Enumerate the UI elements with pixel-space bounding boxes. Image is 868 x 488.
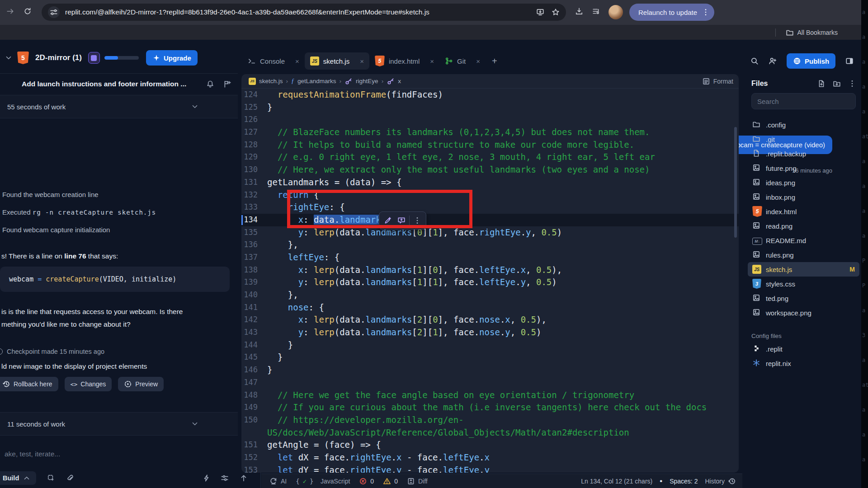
ai-status[interactable]: AI	[269, 477, 287, 485]
reading-list-icon[interactable]	[592, 7, 600, 15]
send-icon[interactable]	[240, 474, 248, 482]
code-line[interactable]: 127 // BlazeFace numbers its landmarks (…	[241, 126, 739, 139]
file-item--git[interactable]: .git	[748, 132, 859, 146]
collapse-chevron-icon[interactable]	[5, 54, 13, 62]
code-line[interactable]: 151getAngle = (face) => {	[241, 439, 739, 451]
code-line[interactable]: 136 },	[241, 239, 739, 251]
tab-index-html[interactable]: 5 index.html×	[369, 52, 439, 70]
code-line[interactable]: 128 // It helps to build a named structu…	[241, 139, 739, 151]
quick-actions-icon[interactable]	[203, 474, 211, 482]
upgrade-button[interactable]: Upgrade	[146, 50, 198, 66]
cursor-position[interactable]: Ln 134, Col 12 (21 chars)	[581, 478, 652, 485]
file-item-inbox-png[interactable]: inbox.png	[748, 190, 859, 204]
file-item-future-png[interactable]: future.png	[748, 161, 859, 175]
code-line[interactable]: 139 y: lerp(data.landmarks[1][1], face.l…	[241, 276, 739, 289]
file-item--config[interactable]: .config	[748, 117, 859, 132]
site-settings-icon[interactable]	[48, 6, 60, 18]
settings-sliders-icon[interactable]	[221, 474, 229, 482]
code-line[interactable]: 149 // If you are curious about the math…	[241, 401, 739, 414]
file-item-read-png[interactable]: read.png	[748, 219, 859, 233]
close-icon[interactable]: ×	[295, 57, 299, 65]
code-line[interactable]: 150 // https://developer.mozilla.org/en-	[241, 414, 739, 427]
file-item-replit-nix[interactable]: replit.nix	[748, 356, 859, 371]
element-select-icon[interactable]	[47, 474, 55, 482]
language-indicator[interactable]: {✓} JavaScript	[296, 478, 350, 485]
build-mode-dropdown[interactable]: Build	[0, 471, 36, 485]
code-line[interactable]: 152 let dX = face.rightEye.x - face.left…	[241, 451, 739, 464]
layout-toggle-icon[interactable]	[845, 57, 854, 65]
work-summary-row[interactable]: 55 seconds of work	[0, 95, 238, 118]
close-icon[interactable]: ×	[476, 57, 480, 65]
code-line[interactable]: 130 // Here, we extract only the most us…	[241, 164, 739, 176]
rollback-button[interactable]: Rollback here	[0, 377, 58, 391]
code-line[interactable]: 125}	[241, 101, 739, 114]
attach-icon[interactable]	[66, 474, 74, 482]
all-bookmarks-button[interactable]: All Bookmarks	[797, 29, 838, 36]
code-line[interactable]: US/docs/Web/JavaScript/Reference/Global_…	[241, 427, 739, 439]
files-menu-icon[interactable]	[848, 80, 856, 88]
code-line[interactable]: 144 }	[241, 339, 739, 352]
avatar[interactable]	[609, 5, 623, 19]
checkpoint-flag-icon[interactable]	[223, 80, 231, 88]
code-line[interactable]: 147	[241, 376, 739, 389]
errors-count[interactable]: 0	[359, 477, 374, 485]
forward-icon[interactable]	[6, 7, 14, 15]
breadcrumb-property[interactable]: rightEye	[356, 78, 378, 84]
new-tab-button[interactable]: +	[492, 56, 497, 66]
reload-icon[interactable]	[24, 7, 32, 15]
menu-dots-icon[interactable]	[702, 8, 710, 16]
code-area[interactable]: 124 requestAnimationFrame(findFaces)125}…	[241, 89, 739, 473]
install-app-icon[interactable]	[536, 8, 544, 16]
downloads-icon[interactable]	[575, 7, 583, 15]
files-search-input[interactable]: Search	[751, 93, 856, 109]
code-line[interactable]: 138 x: lerp(data.landmarks[1][0], face.l…	[241, 264, 739, 277]
chevron-down-icon[interactable]	[191, 420, 199, 428]
code-line[interactable]: 142 x: lerp(data.landmarks[2][0], face.n…	[241, 314, 739, 326]
code-line[interactable]: 153 let dY = face.rightEye.y - face.left…	[241, 464, 739, 473]
code-line[interactable]: 137 leftEye: {	[241, 251, 739, 264]
work-summary-row[interactable]: 11 seconds of work	[0, 412, 238, 436]
file-item-readme-md[interactable]: M↓README.md	[748, 233, 859, 248]
code-line[interactable]: 141 nose: {	[241, 301, 739, 314]
code-line[interactable]: 148 // Here we get the face angle based …	[241, 389, 739, 402]
file-item-ideas-png[interactable]: ideas.png	[748, 175, 859, 190]
agent-input-placeholder[interactable]: ake, test, iterate...	[5, 450, 60, 458]
notifications-bell-icon[interactable]	[206, 80, 214, 88]
breadcrumb-file[interactable]: sketch.js	[259, 78, 283, 84]
editor-scrollbar[interactable]	[734, 127, 737, 238]
code-line[interactable]: 126	[241, 113, 739, 126]
address-bar[interactable]: replit.com/@alfkeih/2D-mirror-1?replId=8…	[42, 4, 566, 21]
close-icon[interactable]: ×	[360, 57, 364, 65]
file-item-ted-png[interactable]: ted.png	[748, 291, 859, 305]
indentation-setting[interactable]: Spaces: 2	[670, 478, 698, 485]
file-item-sketch-js[interactable]: JSsketch.jsM	[748, 262, 859, 277]
code-line[interactable]: 146}	[241, 364, 739, 376]
history-button[interactable]: History	[705, 477, 736, 485]
diff-toggle[interactable]: Diff	[407, 477, 428, 485]
code-line[interactable]: 143 y: lerp(data.landmarks[2][1], face.n…	[241, 326, 739, 339]
app-icon[interactable]	[88, 52, 100, 64]
code-line[interactable]: 145 }	[241, 351, 739, 364]
breadcrumb-property[interactable]: x	[398, 78, 401, 84]
breadcrumb-function[interactable]: getLandmarks	[297, 78, 336, 84]
search-icon[interactable]	[750, 57, 759, 65]
chevron-down-icon[interactable]	[191, 103, 199, 111]
relaunch-button[interactable]: Relaunch to update	[629, 4, 714, 21]
tab-git[interactable]: Git×	[439, 52, 486, 70]
file-item--replit-backup[interactable]: .replit.backup	[748, 146, 859, 161]
close-icon[interactable]: ×	[430, 57, 434, 65]
tab-sketch-js[interactable]: JS sketch.js×	[305, 52, 369, 70]
file-item-index-html[interactable]: 5index.html	[748, 204, 859, 219]
new-folder-icon[interactable]	[833, 80, 841, 88]
tab-console[interactable]: Console×	[242, 52, 305, 70]
publish-button[interactable]: Publish	[787, 53, 835, 69]
format-button[interactable]: Format	[702, 77, 733, 85]
code-line[interactable]: 131getLandmarks = (data) => {	[241, 176, 739, 189]
agent-task-row[interactable]: Add launch instructions and footer infor…	[0, 73, 238, 94]
code-line[interactable]: 124 requestAnimationFrame(findFaces)	[241, 89, 739, 101]
code-line[interactable]: 140 },	[241, 289, 739, 301]
file-item-styles-css[interactable]: 3styles.css	[748, 277, 859, 291]
file-item-workspace-png[interactable]: workspace.png	[748, 305, 859, 320]
new-file-icon[interactable]	[817, 80, 826, 88]
file-item--replit[interactable]: .replit	[748, 342, 859, 356]
